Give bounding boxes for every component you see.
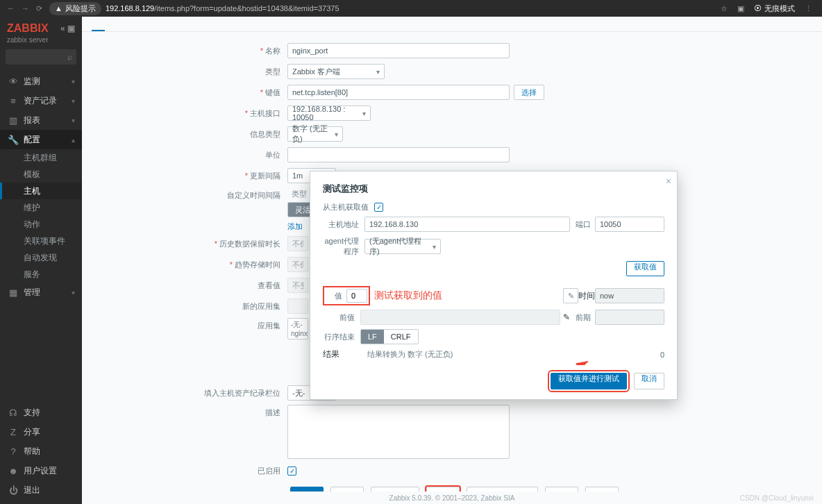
pencil-icon[interactable]: ✎ — [563, 288, 578, 303]
label-prev-period: 前期 — [570, 312, 595, 323]
reload-icon[interactable]: ⟳ — [36, 4, 42, 13]
label-host-addr: 主机地址 — [323, 219, 364, 230]
sidebar-item-config[interactable]: 🔧配置▴ — [0, 130, 82, 149]
brand-logo: ZABBIX — [7, 22, 49, 35]
sidebar-item-monitoring[interactable]: 👁监测▾ — [0, 72, 82, 91]
label-prev-value: 前值 — [323, 312, 360, 323]
input-history[interactable] — [287, 236, 308, 251]
sidebar-sub-actions[interactable]: 动作 — [0, 216, 82, 233]
tab-item[interactable] — [92, 19, 105, 31]
chevron-down-icon: ▾ — [72, 78, 75, 85]
security-warning-label: 风险提示 — [65, 3, 96, 14]
chevron-down-icon: ▾ — [376, 68, 380, 76]
chevron-down-icon: ▾ — [72, 97, 75, 105]
input-host-addr[interactable] — [364, 217, 570, 232]
value-highlight-box: 值 — [323, 286, 370, 305]
input-name[interactable] — [287, 43, 510, 58]
url-path: /items.php?form=update&hostid=10438&item… — [154, 4, 339, 12]
get-value-button[interactable]: 获取值 — [626, 261, 664, 276]
bookmark-icon[interactable]: ☆ — [721, 4, 728, 13]
checkbox-from-host[interactable]: ✓ — [374, 203, 383, 212]
security-warning[interactable]: ▲ 风险提示 — [49, 2, 101, 15]
sidebar-sub-discovery[interactable]: 自动发现 — [0, 249, 82, 266]
eol-lf[interactable]: LF — [361, 330, 384, 344]
collapse-icon[interactable]: « ▣ — [60, 24, 75, 33]
app-listbox[interactable]: -无- nginx — [287, 318, 308, 339]
chevron-down-icon: ▾ — [362, 110, 366, 117]
sidebar-item-admin[interactable]: ▦管理▾ — [0, 283, 82, 302]
address-bar[interactable]: 192.168.8.129/items.php?form=update&host… — [106, 4, 339, 12]
label-key: 键值 — [265, 88, 280, 96]
forward-icon[interactable]: → — [22, 4, 29, 13]
chevron-down-icon: ▾ — [335, 131, 338, 138]
sidebar-sub-services[interactable]: 服务 — [0, 266, 82, 283]
footer-center: Zabbix 5.0.39. © 2001–2023, Zabbix SIA — [389, 494, 515, 502]
select-key-button[interactable]: 选择 — [514, 85, 544, 100]
chevron-down-icon: ▾ — [72, 289, 75, 296]
input-newapp[interactable] — [287, 299, 308, 314]
label-result: 结果 — [323, 348, 360, 360]
label-inventory: 填入主机资产纪录栏位 — [204, 389, 280, 397]
label-update-interval: 更新间隔 — [250, 171, 280, 180]
url-host: 192.168.8.129 — [106, 4, 154, 12]
share-icon: Z — [7, 427, 19, 437]
sidebar-item-inventory[interactable]: ≡资产记录▾ — [0, 91, 82, 110]
sidebar-item-reports[interactable]: ▥报表▾ — [0, 110, 82, 130]
footer-watermark: CSDN @Cloud_linyunxi — [740, 494, 814, 502]
label-eol: 行序结束 — [323, 332, 360, 342]
input-time — [595, 288, 664, 303]
sidebar-sub-hosts[interactable]: 主机 — [0, 183, 82, 199]
get-and-test-button[interactable]: 获取值并进行测试 — [551, 373, 627, 389]
input-viewvalue[interactable] — [287, 278, 308, 293]
sidebar: ZABBIX « ▣ zabbix server ⌕ 👁监测▾ ≡资产记录▾ ▥… — [0, 17, 82, 504]
input-key[interactable] — [287, 85, 510, 100]
pencil-icon[interactable]: ✎ — [563, 312, 570, 322]
back-icon[interactable]: ← — [7, 4, 15, 13]
sidebar-logout[interactable]: ⏻退出 — [0, 480, 82, 500]
sidebar-share[interactable]: Z分享 — [0, 422, 82, 442]
modal-cancel-button[interactable]: 取消 — [634, 373, 664, 389]
warning-icon: ▲ — [55, 4, 62, 12]
server-label: zabbix server — [0, 36, 82, 49]
label-newapp: 新的应用集 — [242, 302, 280, 310]
eol-toggle[interactable]: LF CRLF — [360, 329, 419, 344]
label-history: 历史数据保留时长 — [219, 240, 280, 248]
input-value[interactable] — [346, 289, 367, 303]
eol-crlf[interactable]: CRLF — [384, 330, 418, 344]
chart-icon: ▥ — [7, 115, 19, 126]
input-port[interactable] — [595, 217, 664, 232]
modal-title: 测试监控项 — [323, 183, 664, 195]
sidepanel-icon[interactable]: ▣ — [737, 4, 744, 13]
checkbox-enabled[interactable]: ✓ — [287, 467, 296, 476]
sidebar-sub-maintenance[interactable]: 维护 — [0, 199, 82, 216]
test-item-modal: × 测试监控项 从主机获取值 ✓ 主机地址 端口 agent代理程序 (无age… — [310, 171, 678, 400]
ci-add-link[interactable]: 添加 — [287, 222, 303, 230]
search-input[interactable]: ⌕ — [6, 49, 76, 65]
input-prev-period — [595, 310, 664, 325]
value-annotation: 测试获取到的值 — [374, 289, 442, 302]
close-icon[interactable]: × — [666, 176, 671, 187]
browser-chrome: ← → ⟳ ▲ 风险提示 192.168.8.129/items.php?for… — [0, 0, 822, 17]
sidebar-sub-templates[interactable]: 模板 — [0, 166, 82, 183]
label-name: 名称 — [265, 47, 280, 55]
label-app: 应用集 — [258, 321, 280, 330]
incognito-icon: ⦿ — [754, 4, 762, 12]
label-trends: 趋势存储时间 — [235, 260, 280, 269]
sidebar-sub-hostgroups[interactable]: 主机群组 — [0, 149, 82, 166]
incognito-indicator[interactable]: ⦿ 无痕模式 — [754, 3, 795, 14]
input-prev-value — [360, 310, 560, 325]
select-type[interactable]: Zabbix 客户端▾ — [287, 64, 385, 79]
sidebar-support[interactable]: ☊支持 — [0, 403, 82, 422]
select-proxy[interactable]: (无agent代理程序)▾ — [364, 239, 441, 254]
select-infotype[interactable]: 数字 (无正负)▾ — [287, 126, 343, 142]
input-units[interactable] — [287, 147, 510, 162]
input-trends[interactable] — [287, 257, 308, 272]
select-hostif[interactable]: 192.168.8.130 : 10050▾ — [287, 106, 371, 121]
menu-icon[interactable]: ⋮ — [805, 4, 812, 13]
sidebar-usersettings[interactable]: ☻用户设置 — [0, 461, 82, 480]
gear-icon: ▦ — [7, 287, 19, 298]
textarea-desc[interactable] — [287, 405, 510, 459]
result-value: 0 — [660, 351, 664, 359]
sidebar-help[interactable]: ?帮助 — [0, 442, 82, 461]
sidebar-sub-correlation[interactable]: 关联项事件 — [0, 233, 82, 249]
